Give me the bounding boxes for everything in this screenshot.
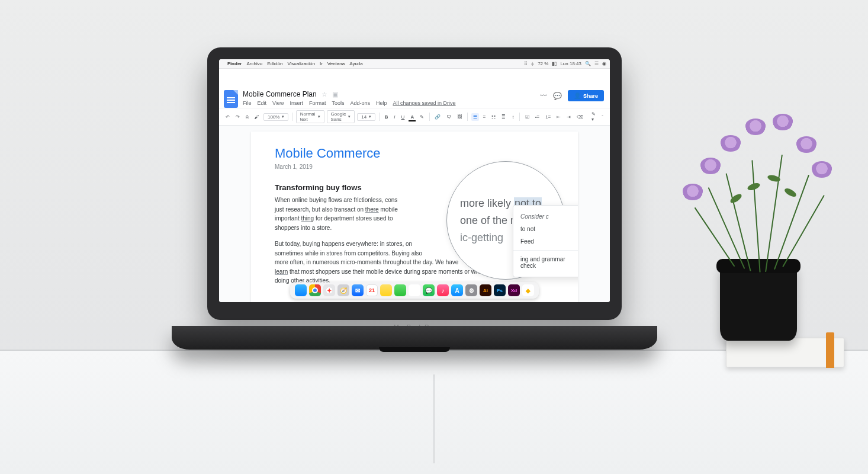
highlight-color-button[interactable]: ✎ [418, 113, 426, 121]
menubar-item-archivo[interactable]: Archivo [246, 61, 262, 66]
suggestion-feedback[interactable]: Feed [513, 235, 578, 248]
align-right-button[interactable]: ☷ [490, 113, 497, 121]
editing-mode-button[interactable]: ✎ ▾ [590, 110, 597, 123]
dock-illustrator-icon[interactable]: Ai [480, 284, 491, 296]
menu-tools[interactable]: Tools [332, 100, 344, 106]
zoom-select[interactable]: 100% [263, 113, 288, 121]
suggestion-option[interactable]: to not › [513, 223, 578, 235]
insert-image-icon[interactable]: 🖼 [455, 113, 464, 121]
star-icon[interactable]: ☆ [322, 91, 327, 98]
move-to-folder-icon[interactable]: ▣ [332, 91, 338, 98]
laptop-notch [379, 347, 450, 352]
dock-reminders-icon[interactable] [394, 284, 406, 296]
save-status[interactable]: All changes saved in Drive [393, 100, 455, 106]
macos-menubar: Finder Archivo Edición Visualización Ir … [219, 59, 610, 69]
dock-mail-icon[interactable]: ✉ [352, 284, 364, 296]
dock-appstore-icon[interactable]: A [451, 284, 463, 296]
share-label: Share [583, 93, 598, 99]
dock-sketch-icon[interactable]: ◆ [522, 284, 534, 296]
suggestion-title: Consider c [520, 213, 549, 220]
hide-menus-button[interactable]: ˆ [600, 113, 605, 121]
activity-icon[interactable]: 〰 [540, 92, 547, 100]
numbered-list-button[interactable]: 1≡ [544, 113, 552, 121]
dock-launchpad-icon[interactable]: ✦ [323, 284, 335, 296]
paint-format-icon[interactable]: 🖌 [253, 113, 261, 121]
bulleted-list-button[interactable]: •≡ [533, 113, 541, 121]
battery-icon[interactable]: ▮▯ [552, 61, 557, 66]
notification-center-icon[interactable]: ☰ [594, 61, 599, 66]
underline-button[interactable]: U [400, 113, 407, 121]
dock-photoshop-icon[interactable]: Ps [494, 284, 506, 296]
indent-increase-button[interactable]: ⇥ [565, 113, 573, 121]
menubar-item-visualizacion[interactable]: Visualización [287, 61, 315, 66]
laptop: Finder Archivo Edición Visualización Ir … [207, 47, 622, 367]
dropbox-icon[interactable]: ⠿ [524, 61, 528, 66]
laptop-lid: Finder Archivo Edición Visualización Ir … [207, 47, 622, 320]
document-page[interactable]: Mobile Commerce March 1, 2019 Transformi… [251, 132, 578, 302]
user-menu-icon[interactable]: ◉ [602, 61, 606, 66]
menu-help[interactable]: Help [376, 100, 387, 106]
line-spacing-button[interactable]: ↕ [510, 113, 516, 121]
dock-safari-icon[interactable]: 🧭 [337, 284, 349, 296]
dock-photos-icon[interactable]: ✿ [409, 284, 420, 296]
suggestion-footer[interactable]: ing and grammar check ⌘+Option+X [513, 253, 578, 272]
insert-comment-icon[interactable]: 🗨 [445, 113, 453, 121]
dock-settings-icon[interactable]: ⚙ [465, 284, 477, 296]
menu-view[interactable]: View [272, 100, 284, 106]
font-size-select[interactable]: 14 [357, 113, 375, 121]
menu-insert[interactable]: Insert [290, 100, 303, 106]
menu-format[interactable]: Format [309, 100, 326, 106]
google-docs-logo-icon[interactable] [224, 90, 238, 108]
dock-chrome-icon[interactable] [309, 284, 321, 296]
spotlight-icon[interactable]: 🔍 [585, 61, 591, 66]
menu-addons[interactable]: Add-ons [350, 100, 370, 106]
comments-icon[interactable]: 💬 [553, 92, 562, 100]
book [726, 338, 844, 367]
wifi-icon[interactable]: ⏚ [531, 61, 534, 66]
menubar-clock[interactable]: Lun 18:43 [560, 61, 581, 66]
indent-decrease-button[interactable]: ⇤ [555, 113, 562, 121]
dock-music-icon[interactable]: ♪ [437, 284, 449, 296]
battery-percent: 72 % [538, 61, 548, 66]
dock-calendar-icon[interactable]: 21 [366, 284, 378, 296]
menu-edit[interactable]: Edit [258, 100, 267, 106]
insert-link-icon[interactable]: 🔗 [433, 113, 442, 121]
dock-finder-icon[interactable] [295, 284, 307, 296]
print-icon[interactable]: ⎙ [244, 113, 250, 121]
align-center-button[interactable]: ≡ [481, 113, 488, 121]
menubar-item-ventana[interactable]: Ventana [327, 61, 345, 66]
menubar-item-ayuda[interactable]: Ayuda [349, 61, 363, 66]
paragraph-style-select[interactable]: Normal text [296, 110, 324, 123]
redo-icon[interactable]: ↷ [234, 113, 242, 121]
desk [0, 350, 868, 474]
docs-toolbar: ↶ ↷ ⎙ 🖌 100% Normal text Google Sans 14 … [219, 108, 610, 126]
dock-messages-icon[interactable]: 💬 [423, 284, 435, 296]
font-family-select[interactable]: Google Sans [327, 110, 355, 123]
laptop-base [172, 326, 657, 350]
italic-button[interactable]: I [392, 113, 397, 121]
menubar-item-edicion[interactable]: Edición [267, 61, 282, 66]
dock-notes-icon[interactable] [380, 284, 392, 296]
menubar-item-ir[interactable]: Ir [320, 61, 323, 66]
text-color-button[interactable]: A [409, 113, 416, 121]
docs-menubar: File Edit View Insert Format Tools Add-o… [243, 100, 456, 106]
grammar-underline-there: there [365, 206, 379, 213]
dock-xd-icon[interactable]: Xd [508, 284, 520, 296]
menu-file[interactable]: File [243, 100, 252, 106]
docs-header: Mobile Commerce Plan ☆ ▣ File Edit View … [219, 87, 610, 108]
clear-formatting-button[interactable]: ⌫ [575, 113, 585, 121]
share-person-icon: 👤 [574, 92, 581, 99]
align-left-button[interactable]: ☰ [471, 113, 479, 121]
plant [679, 118, 832, 273]
bold-button[interactable]: B [383, 113, 390, 121]
checklist-button[interactable]: ☑ [523, 113, 531, 121]
document-title[interactable]: Mobile Commerce Plan [243, 90, 317, 98]
grammar-suggestion-card: Consider c to not › Feed ing and grammar… [513, 205, 578, 277]
undo-icon[interactable]: ↶ [224, 113, 232, 121]
grammar-underline-thing: thing [301, 215, 314, 222]
align-justify-button[interactable]: ≣ [500, 113, 507, 121]
share-button[interactable]: 👤 Share [568, 90, 604, 101]
laptop-screen: Finder Archivo Edición Visualización Ir … [219, 59, 610, 302]
grammar-underline-learn: learn [275, 268, 288, 275]
menubar-app-name[interactable]: Finder [227, 61, 242, 66]
